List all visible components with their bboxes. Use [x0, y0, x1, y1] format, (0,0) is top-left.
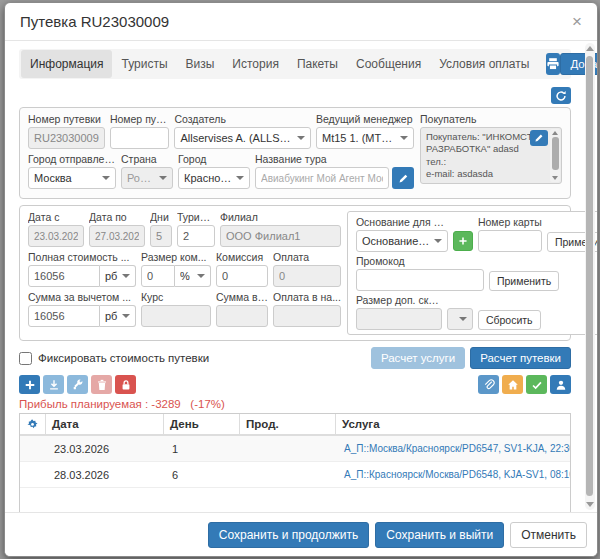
card-number-field[interactable] — [478, 230, 542, 252]
modal-footer: Сохранить и продолжить Сохранить и выйти… — [5, 512, 597, 556]
table-row[interactable]: 28.03.2026 6 А_П::Красноярск/Москва/PD65… — [20, 462, 570, 488]
payment-in-currency-label: Оплата в на... — [273, 291, 341, 303]
scroll-up-icon — [586, 46, 594, 51]
row-day: 1 — [164, 443, 240, 455]
delete-service-button[interactable] — [91, 375, 112, 394]
promo-code-field[interactable] — [356, 269, 484, 291]
scroll-down-icon — [552, 176, 558, 180]
creator-select[interactable]: Allservises A. (ALLSERVICES) — [174, 127, 310, 149]
plus-icon — [24, 379, 36, 391]
details-fieldset: Дата с Дата по Дни Туристы — [19, 205, 571, 341]
voucher-number2-label: Номер путевки ... — [110, 113, 170, 125]
save-continue-button[interactable]: Сохранить и продолжить — [208, 522, 369, 548]
extra-discount-unit-select — [447, 308, 473, 330]
calc-voucher-button[interactable]: Расчет путевки — [470, 347, 571, 369]
tab-visas[interactable]: Визы — [177, 50, 224, 78]
net-amount-field[interactable] — [28, 305, 100, 327]
voucher-modal: Путевка RU23030009 × Информация Туристы … — [4, 2, 598, 557]
voucher-number-label: Номер путевки — [28, 113, 105, 125]
printer-icon — [546, 57, 560, 71]
tab-packages[interactable]: Пакеты — [288, 50, 347, 78]
tourist-assign-button[interactable] — [550, 375, 571, 394]
paperclip-icon — [483, 379, 495, 391]
buyer-line: e-mail: asdasda — [426, 168, 545, 180]
departure-city-label: Город отправления — [28, 153, 116, 165]
discount-reason-select[interactable]: Основание не о... — [356, 230, 448, 252]
extra-discount-label: Размер доп. скидки — [356, 294, 442, 306]
commission-size-field[interactable] — [141, 265, 175, 287]
cancel-button[interactable]: Отменить — [510, 522, 587, 548]
date-from-label: Дата с — [28, 211, 84, 223]
modal-scrollbar[interactable] — [585, 43, 595, 510]
save-exit-button[interactable]: Сохранить и выйти — [375, 522, 504, 548]
tab-payment-terms[interactable]: Условия оплаты — [430, 50, 538, 78]
net-amount-currency-select[interactable]: рб — [100, 305, 136, 327]
column-header-date: Дата — [46, 414, 164, 434]
tab-tourists[interactable]: Туристы — [112, 50, 176, 78]
services-table: Дата День Прод. Услуга 23.03.2026 1 А_П:… — [19, 413, 571, 512]
city-select[interactable]: Красноярск — [178, 167, 250, 189]
departure-city-select[interactable]: Москва — [28, 167, 116, 189]
city-label: Город — [178, 153, 250, 165]
tab-information[interactable]: Информация — [21, 50, 112, 78]
print-button[interactable] — [546, 53, 560, 75]
fix-cost-checkbox[interactable] — [19, 352, 32, 365]
full-cost-currency-select[interactable]: рб — [100, 265, 136, 287]
tourists-field[interactable] — [177, 225, 215, 247]
table-settings-button[interactable] — [20, 414, 46, 434]
commission-field[interactable] — [216, 265, 268, 287]
branch-field — [220, 225, 341, 247]
services-toolbar — [19, 375, 571, 394]
tab-messages[interactable]: Сообщения — [347, 50, 430, 78]
days-label: Дни — [150, 211, 172, 223]
buyer-scrollbar[interactable] — [550, 129, 560, 182]
tour-name-field[interactable] — [255, 167, 389, 189]
reset-discount-button[interactable]: Сбросить — [478, 310, 541, 330]
check-icon — [531, 379, 543, 391]
download-service-button[interactable] — [43, 375, 64, 394]
net-amount-label: Сумма за вычетом ... — [28, 291, 136, 303]
amount-in-currency-label: Сумма в на... — [216, 291, 268, 303]
manager-select[interactable]: Mt15 1. (MT15) — [316, 127, 414, 149]
payment-label: Оплата — [273, 251, 341, 263]
download-icon — [48, 379, 60, 391]
confirm-button[interactable] — [526, 375, 547, 394]
close-icon[interactable]: × — [572, 13, 582, 30]
commission-unit-select[interactable]: % — [175, 265, 211, 287]
edit-service-button[interactable] — [67, 375, 88, 394]
service-link[interactable]: А_П::Красноярск/Москва/PD6548, KJA-SV1, … — [336, 469, 570, 480]
services-table-header: Дата День Прод. Услуга — [20, 414, 570, 436]
full-cost-field[interactable] — [28, 265, 100, 287]
home-icon — [507, 379, 519, 391]
apply-promo-button[interactable]: Применить — [489, 271, 559, 291]
refresh-button[interactable] — [551, 87, 571, 104]
attach-button[interactable] — [478, 375, 499, 394]
tour-name-label: Название тура — [255, 153, 414, 165]
home-button[interactable] — [502, 375, 523, 394]
table-row[interactable]: 23.03.2026 1 А_П::Москва/Красноярск/PD65… — [20, 436, 570, 462]
commission-size-label: Размер ком... — [141, 251, 211, 263]
add-discount-reason-button[interactable] — [453, 231, 473, 251]
pencil-icon — [398, 173, 409, 184]
amount-in-currency-field — [216, 305, 268, 327]
chevron-down-icon — [122, 314, 130, 318]
voucher-number-field — [28, 127, 105, 149]
add-service-button[interactable] — [19, 375, 40, 394]
row-day: 6 — [164, 469, 240, 481]
buyer-block: Покупатель Покупатель: "ИНКОМСТАР РАЗРАБ… — [420, 113, 562, 193]
lock-service-button[interactable] — [115, 375, 136, 394]
chevron-down-icon — [297, 136, 305, 140]
promo-code-label: Промокод — [356, 255, 484, 267]
edit-buyer-button[interactable] — [530, 130, 548, 146]
edit-tour-name-button[interactable] — [392, 167, 414, 189]
service-link[interactable]: А_П::Москва/Красноярск/PD6547, SV1-KJA, … — [336, 443, 570, 454]
column-header-day: День — [164, 414, 240, 434]
buyer-label: Покупатель — [420, 113, 562, 125]
branch-label: Филиал — [220, 211, 341, 223]
tab-history[interactable]: История — [223, 50, 288, 78]
voucher-number2-field[interactable] — [110, 127, 170, 149]
full-cost-label: Полная стоимость ... — [28, 251, 136, 263]
discount-reason-label: Основание для скидки — [356, 216, 448, 228]
days-field — [150, 225, 172, 247]
commission-label: Комиссия — [216, 251, 268, 263]
